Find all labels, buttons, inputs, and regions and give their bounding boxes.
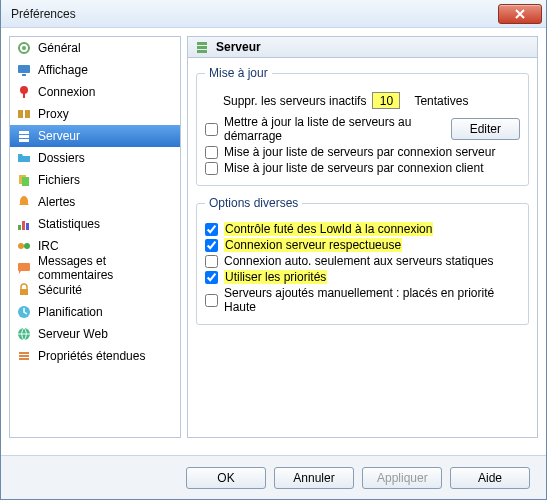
sidebar-item-label: Serveur Web <box>38 327 108 341</box>
svg-rect-13 <box>18 225 21 230</box>
sidebar-item-security[interactable]: Sécurité <box>10 279 180 301</box>
cb-label: Connexion serveur respectueuse <box>224 238 402 252</box>
cb-label: Contrôle futé des LowId à la connexion <box>224 222 433 236</box>
sidebar-item-label: Planification <box>38 305 103 319</box>
server-icon <box>16 128 32 144</box>
sidebar-item-label: Propriétés étendues <box>38 349 145 363</box>
close-button[interactable] <box>498 4 542 24</box>
sidebar-item-label: Statistiques <box>38 217 100 231</box>
svg-rect-3 <box>22 74 26 76</box>
cb-update-client-conn[interactable] <box>205 162 218 175</box>
cb-use-priorities[interactable] <box>205 271 218 284</box>
svg-rect-9 <box>19 135 29 138</box>
connection-icon <box>16 84 32 100</box>
svg-rect-2 <box>18 65 30 73</box>
cb-row: Mise à jour liste de serveurs par connex… <box>205 145 520 159</box>
svg-point-17 <box>24 243 30 249</box>
sidebar-item-alerts[interactable]: Alertes <box>10 191 180 213</box>
cb-manual-high[interactable] <box>205 294 218 307</box>
panel-header: Serveur <box>187 36 538 58</box>
cb-label: Mise à jour liste de serveurs par connex… <box>224 161 483 175</box>
update-group: Mise à jour Suppr. les serveurs inactifs… <box>196 66 529 186</box>
sidebar-item-webserver[interactable]: Serveur Web <box>10 323 180 345</box>
svg-rect-8 <box>19 131 29 134</box>
sidebar-item-label: Serveur <box>38 129 80 143</box>
close-icon <box>515 9 525 19</box>
files-icon <box>16 172 32 188</box>
cb-update-startup[interactable] <box>205 123 218 136</box>
edit-button[interactable]: Editer <box>451 118 520 140</box>
content-area: Général Affichage Connexion Proxy Serveu… <box>1 28 546 446</box>
sidebar-item-label: Connexion <box>38 85 95 99</box>
svg-rect-22 <box>197 42 207 45</box>
help-button[interactable]: Aide <box>450 467 530 489</box>
sidebar-item-label: IRC <box>38 239 59 253</box>
svg-point-4 <box>20 86 28 94</box>
sidebar-item-advanced[interactable]: Propriétés étendues <box>10 345 180 367</box>
cb-row: Mise à jour liste de serveurs par connex… <box>205 161 520 175</box>
preferences-window: Préférences Général Affichage Connexion … <box>0 0 547 500</box>
sidebar-item-messages[interactable]: Messages et commentaires <box>10 257 180 279</box>
sidebar-item-label: Messages et commentaires <box>38 254 174 282</box>
irc-icon <box>16 238 32 254</box>
cb-label: Utiliser les priorités <box>224 270 327 284</box>
sidebar-item-folders[interactable]: Dossiers <box>10 147 180 169</box>
apply-button[interactable]: Appliquer <box>362 467 442 489</box>
svg-rect-6 <box>18 110 23 118</box>
cb-label: Mettre à jour la liste de serveurs au dé… <box>224 115 445 143</box>
clock-icon <box>16 304 32 320</box>
window-title: Préférences <box>11 7 76 21</box>
sidebar-item-stats[interactable]: Statistiques <box>10 213 180 235</box>
cb-row: Connexion serveur respectueuse <box>205 238 520 252</box>
update-legend: Mise à jour <box>205 66 272 80</box>
tentatives-label: Tentatives <box>414 94 468 108</box>
sidebar-item-label: Général <box>38 41 81 55</box>
cb-row: Utiliser les priorités <box>205 270 520 284</box>
svg-rect-14 <box>22 221 25 230</box>
main-panel: Serveur Mise à jour Suppr. les serveurs … <box>187 36 538 438</box>
svg-point-1 <box>22 46 26 50</box>
svg-point-16 <box>18 243 24 249</box>
messages-icon <box>16 260 32 276</box>
cb-label: Mise à jour liste de serveurs par connex… <box>224 145 495 159</box>
titlebar: Préférences <box>1 0 546 28</box>
lock-icon <box>16 282 32 298</box>
sidebar-item-label: Proxy <box>38 107 69 121</box>
cb-update-server-conn[interactable] <box>205 146 218 159</box>
ok-button[interactable]: OK <box>186 467 266 489</box>
options-group: Options diverses Contrôle futé des LowId… <box>196 196 529 325</box>
sidebar-item-label: Alertes <box>38 195 75 209</box>
gear-icon <box>16 40 32 56</box>
cb-respectful-conn[interactable] <box>205 239 218 252</box>
suppr-value-input[interactable] <box>372 92 400 109</box>
dialog-footer: OK Annuler Appliquer Aide <box>1 455 546 499</box>
bell-icon <box>16 194 32 210</box>
cb-row: Contrôle futé des LowId à la connexion <box>205 222 520 236</box>
sidebar-item-connection[interactable]: Connexion <box>10 81 180 103</box>
panel-title: Serveur <box>216 40 261 54</box>
sidebar-item-schedule[interactable]: Planification <box>10 301 180 323</box>
svg-rect-10 <box>19 139 29 142</box>
cancel-button[interactable]: Annuler <box>274 467 354 489</box>
svg-rect-12 <box>22 177 29 186</box>
suppr-label: Suppr. les serveurs inactifs <box>223 94 366 108</box>
cb-auto-static[interactable] <box>205 255 218 268</box>
options-legend: Options diverses <box>205 196 302 210</box>
panel-body: Mise à jour Suppr. les serveurs inactifs… <box>187 58 538 438</box>
globe-icon <box>16 326 32 342</box>
proxy-icon <box>16 106 32 122</box>
sidebar-item-display[interactable]: Affichage <box>10 59 180 81</box>
sidebar-item-label: Fichiers <box>38 173 80 187</box>
svg-rect-7 <box>25 110 30 118</box>
sidebar-item-label: Dossiers <box>38 151 85 165</box>
svg-rect-18 <box>18 263 30 271</box>
advanced-icon <box>16 348 32 364</box>
suppr-row: Suppr. les serveurs inactifs Tentatives <box>205 92 520 109</box>
sidebar-item-server[interactable]: Serveur <box>10 125 180 147</box>
sidebar-item-proxy[interactable]: Proxy <box>10 103 180 125</box>
cb-lowid-check[interactable] <box>205 223 218 236</box>
svg-rect-19 <box>20 289 28 295</box>
sidebar-item-files[interactable]: Fichiers <box>10 169 180 191</box>
sidebar-item-general[interactable]: Général <box>10 37 180 59</box>
cb-label: Serveurs ajoutés manuellement : placés e… <box>224 286 520 314</box>
